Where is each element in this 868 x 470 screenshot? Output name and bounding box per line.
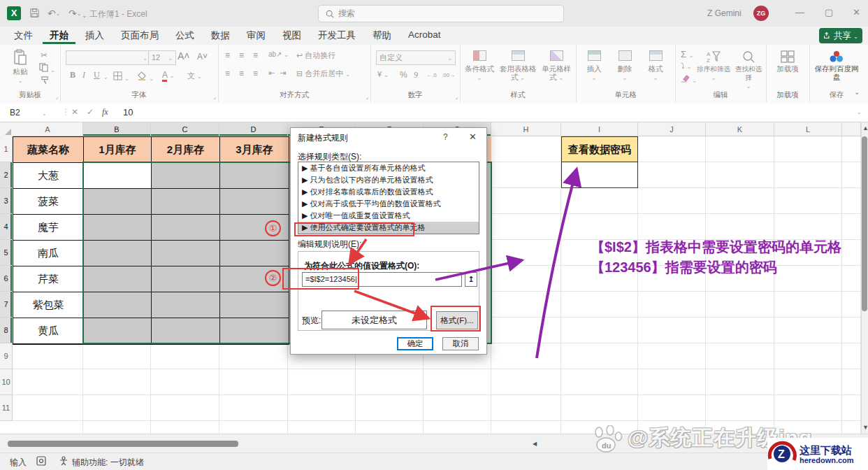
column-header-J[interactable]: J [638, 122, 706, 136]
inventory-cell[interactable] [152, 189, 220, 215]
inventory-cell[interactable] [220, 318, 289, 344]
column-header-D[interactable]: D [219, 122, 288, 136]
vegetable-name-cell[interactable]: 紫包菜 [13, 292, 84, 318]
clipboard-launcher-icon[interactable]: ⌟ [55, 94, 58, 100]
insert-cells-button[interactable]: 插入⌄ [580, 50, 608, 83]
ribbon-tab-页面布局[interactable]: 页面布局 [114, 27, 166, 44]
scroll-up-icon[interactable]: ▲ [862, 124, 868, 131]
vegetable-name-cell[interactable]: 菠菜 [13, 189, 84, 215]
row-header-4[interactable]: 4 [0, 214, 13, 240]
ribbon-tab-开始[interactable]: 开始 [43, 27, 75, 44]
inventory-cell[interactable] [152, 241, 220, 266]
column-header-K[interactable]: K [706, 122, 774, 136]
column-header-I[interactable]: I [561, 122, 638, 136]
ok-button[interactable]: 确定 [397, 337, 433, 350]
borders-icon[interactable]: ⌄ [113, 71, 129, 83]
font-size-select[interactable]: 12⌄ [148, 50, 176, 65]
format-painter-icon[interactable] [41, 76, 50, 87]
column-header-L[interactable]: L [774, 122, 842, 136]
format-cells-button[interactable]: 格式⌄ [642, 50, 670, 83]
fill-color-icon[interactable]: ⌄ [137, 71, 154, 83]
align-top-icon[interactable]: ≡ [225, 50, 230, 60]
select-all-corner[interactable] [0, 122, 13, 137]
decrease-decimal-icon[interactable]: .00→ [442, 72, 455, 78]
scroll-left-icon[interactable]: ◀ [533, 441, 537, 447]
align-right-icon[interactable]: ≡ [253, 69, 258, 78]
accounting-format-icon[interactable]: ¥ ⌄ [377, 70, 389, 78]
inventory-cell[interactable] [152, 266, 220, 292]
copy-icon[interactable]: ⌄ [39, 63, 55, 74]
collapse-dialog-button[interactable]: ↥ [465, 272, 477, 287]
rule-type-option[interactable]: ▶ 仅对高于或低于平均值的数值设置格式 [298, 198, 479, 210]
row-header-6[interactable]: 6 [0, 266, 13, 292]
close-icon[interactable]: ✕ [853, 7, 860, 17]
macro-record-icon[interactable] [36, 456, 46, 468]
paste-button[interactable]: 粘贴⌄ [6, 49, 35, 85]
column-header-H[interactable]: H [491, 122, 561, 136]
rule-type-option[interactable]: ▶ 只为包含以下内容的单元格设置格式 [298, 174, 479, 186]
sort-filter-button[interactable]: AZ 排序和筛选⌄ [696, 50, 731, 83]
quick-access-menu-icon[interactable]: ⌄ [82, 10, 87, 21]
font-name-select[interactable]: ⌄ [66, 50, 151, 65]
name-box[interactable]: B2 ⌄ [4, 106, 63, 120]
inventory-cell[interactable] [84, 241, 152, 266]
comma-style-icon[interactable]: 9 [414, 70, 418, 80]
cell-styles-button[interactable]: 单元格样式 ⌄ [538, 50, 574, 83]
column-header-A[interactable]: A [13, 122, 83, 136]
inventory-cell[interactable] [220, 292, 289, 318]
password-header-cell[interactable]: 查看数据密码 [561, 136, 638, 162]
formula-bar-handle[interactable]: ⋮ [62, 107, 70, 117]
cancel-button[interactable]: 取消 [442, 337, 479, 350]
decrease-font-icon[interactable]: A˅ [197, 52, 208, 62]
increase-decimal-icon[interactable]: ←.0 [426, 72, 437, 78]
collapse-ribbon-icon[interactable]: ⌄ [854, 88, 860, 96]
ribbon-tab-数据[interactable]: 数据 [204, 27, 237, 44]
search-input[interactable]: 搜索 [318, 5, 564, 22]
inventory-cell[interactable] [84, 292, 152, 318]
row-header-8[interactable]: 8 [0, 318, 13, 343]
vegetable-name-cell[interactable]: 大葱 [13, 163, 84, 189]
inventory-cell[interactable] [152, 163, 220, 189]
alignment-launcher-icon[interactable]: ⌟ [366, 94, 368, 100]
inventory-cell[interactable] [152, 215, 220, 241]
row-header-11[interactable]: 11 [0, 395, 13, 421]
ribbon-tab-文件[interactable]: 文件 [7, 27, 40, 44]
maximize-icon[interactable]: ▢ [825, 7, 833, 17]
format-as-table-button[interactable]: 套用表格格式 ⌄ [499, 50, 537, 83]
minimize-icon[interactable]: — [795, 7, 804, 17]
number-format-select[interactable]: 自定义⌄ [376, 50, 456, 65]
ribbon-tab-视图[interactable]: 视图 [275, 27, 308, 44]
addins-button[interactable]: 加载项 [770, 50, 805, 73]
formula-input[interactable]: 10 [123, 107, 133, 118]
undo-icon[interactable]: ↶⌄ [48, 8, 60, 20]
redo-icon[interactable]: ↷⌄ [68, 8, 81, 20]
autosum-icon[interactable]: Σ ⌄ [681, 49, 693, 59]
rule-formula-input[interactable]: =$I$2=123456| [302, 272, 462, 287]
rule-type-option[interactable]: ▶ 使用公式确定要设置格式的单元格 [298, 222, 479, 234]
accessibility-icon[interactable] [59, 456, 68, 468]
underline-caret-icon[interactable]: ⌄ [103, 74, 108, 80]
column-header-C[interactable]: C [151, 122, 219, 136]
expand-formula-bar-icon[interactable]: ⌄ [857, 109, 862, 115]
dialog-close-icon[interactable]: ✕ [469, 131, 477, 142]
align-center-icon[interactable]: ≡ [239, 69, 244, 78]
row-header-9[interactable]: 9 [0, 343, 13, 369]
row-header-5[interactable]: 5 [0, 240, 13, 266]
table-header-cell[interactable]: 3月库存 [220, 137, 289, 163]
inventory-cell[interactable] [220, 241, 289, 266]
delete-cells-button[interactable]: 删除⌄ [611, 50, 639, 83]
confirm-entry-icon[interactable]: ✓ [87, 107, 94, 117]
align-bottom-icon[interactable]: ≡ [253, 50, 258, 60]
rule-type-option[interactable]: ▶ 仅对唯一值或重复值设置格式 [298, 210, 479, 222]
phonetic-guide-icon[interactable]: 文 ⌄ [187, 71, 202, 81]
align-left-icon[interactable]: ≡ [225, 69, 230, 78]
ribbon-tab-Acrobat[interactable]: Acrobat [401, 27, 448, 44]
fill-icon[interactable]: ⤵ ⌄ [681, 62, 691, 70]
ribbon-tab-开发工具[interactable]: 开发工具 [311, 27, 363, 44]
increase-font-icon[interactable]: A˄ [178, 50, 190, 62]
ribbon-tab-公式[interactable]: 公式 [168, 27, 201, 44]
insert-function-icon[interactable]: fx [102, 107, 108, 118]
wrap-text-button[interactable]: ↩ 自动换行 [296, 50, 335, 61]
inventory-cell[interactable] [84, 318, 152, 344]
password-input-cell[interactable] [561, 162, 638, 188]
